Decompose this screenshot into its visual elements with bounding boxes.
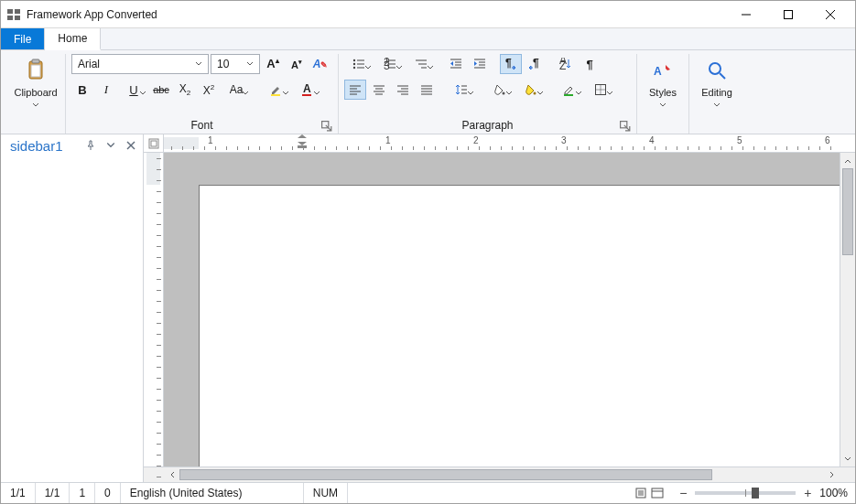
horizontal-scrollbar[interactable] (144, 466, 855, 482)
status-line[interactable]: 0 (95, 483, 121, 503)
scroll-left-button[interactable] (164, 467, 179, 482)
svg-rect-74 (151, 141, 157, 146)
minimize-button[interactable] (725, 1, 767, 28)
zoom-slider[interactable] (695, 491, 796, 495)
sidebar-panel: sidebar1 (1, 134, 144, 482)
status-numlock[interactable]: NUM (304, 483, 348, 503)
status-page[interactable]: 1/1 (1, 483, 36, 503)
ltr-direction-button[interactable]: ¶ (500, 54, 522, 74)
chevron-down-icon (395, 64, 403, 71)
tab-home[interactable]: Home (45, 28, 101, 50)
chevron-down-icon (282, 90, 289, 97)
dialog-launcher-icon[interactable] (321, 121, 332, 132)
scroll-down-button[interactable] (840, 451, 855, 466)
maximize-button[interactable] (767, 1, 809, 28)
vertical-scrollbar[interactable] (840, 153, 855, 466)
chevron-down-icon (243, 60, 257, 68)
font-color-button[interactable]: A (293, 80, 322, 100)
page-color-button[interactable] (516, 80, 546, 100)
chevron-down-icon (467, 90, 474, 97)
shrink-font-button[interactable]: A▾ (286, 54, 308, 74)
border-color-button[interactable] (555, 80, 584, 100)
chevron-down-icon (364, 64, 372, 71)
status-section[interactable]: 1/1 (36, 483, 70, 503)
page[interactable] (199, 185, 840, 466)
scroll-thumb[interactable] (179, 469, 712, 480)
scroll-right-button[interactable] (824, 467, 840, 482)
rtl-direction-button[interactable]: ¶ (524, 54, 546, 74)
scroll-thumb[interactable] (842, 168, 853, 255)
document-canvas[interactable] (164, 153, 840, 466)
bold-icon: B (78, 83, 86, 97)
grow-font-button[interactable]: A▴ (262, 54, 284, 74)
close-icon[interactable] (123, 137, 139, 154)
italic-icon: I (104, 82, 108, 97)
zoom-level[interactable]: 100% (819, 487, 848, 499)
increase-indent-icon (473, 58, 486, 70)
chevron-down-icon (536, 90, 544, 97)
horizontal-ruler[interactable]: 1 1 2 3 4 5 6 [12,24,36,48,60,72,84,96,1… (164, 134, 855, 152)
zoom-in-button[interactable]: + (801, 486, 814, 500)
rtl-direction-icon: ¶ (528, 58, 541, 70)
underline-button[interactable]: U (119, 80, 148, 100)
align-justify-button[interactable] (416, 80, 438, 100)
tab-file[interactable]: File (1, 28, 45, 49)
align-right-icon (396, 83, 409, 96)
show-marks-button[interactable]: ¶ (579, 54, 601, 74)
svg-rect-9 (32, 59, 39, 63)
borders-button[interactable] (586, 80, 615, 100)
web-layout-icon[interactable] (651, 487, 664, 499)
zoom-out-button[interactable]: − (677, 486, 689, 500)
group-font: Arial 10 A▴ A▾ A✎ B I U (66, 54, 339, 134)
chevron-down-icon (713, 102, 721, 109)
sort-button[interactable]: AZ (555, 54, 577, 74)
superscript-icon: X2 (203, 83, 214, 97)
ruler-corner[interactable] (144, 134, 164, 152)
font-name-combobox[interactable]: Arial (71, 54, 209, 74)
pin-button[interactable] (82, 137, 99, 154)
shading-button[interactable] (485, 80, 515, 100)
clear-formatting-button[interactable]: A✎ (309, 54, 331, 74)
increase-indent-button[interactable] (469, 54, 491, 74)
svg-rect-63 (564, 94, 573, 96)
scroll-up-button[interactable] (840, 153, 855, 168)
decrease-indent-button[interactable] (445, 54, 467, 74)
editing-button[interactable]: Editing (695, 54, 739, 109)
group-styles: A Styles (637, 54, 689, 134)
highlight-button[interactable] (262, 80, 291, 100)
numbering-button[interactable]: 123 (375, 54, 405, 74)
font-size-combobox[interactable]: 10 (211, 54, 260, 74)
multilevel-list-button[interactable] (406, 54, 436, 74)
change-case-button[interactable]: Aa (222, 80, 251, 100)
bold-button[interactable]: B (71, 80, 93, 100)
paste-button[interactable]: Clipboard (12, 54, 60, 109)
sort-icon: AZ (559, 58, 572, 70)
group-editing: Editing (689, 54, 744, 134)
bullets-button[interactable] (344, 54, 374, 74)
strikethrough-button[interactable]: abc (150, 80, 172, 100)
indent-marker-icon[interactable] (298, 134, 307, 149)
chevron-down-icon[interactable] (103, 137, 119, 154)
status-col[interactable]: 1 (70, 483, 95, 503)
svg-rect-3 (15, 16, 20, 20)
styles-button[interactable]: A Styles (643, 54, 683, 109)
subscript-button[interactable]: X2 (174, 80, 196, 100)
dialog-launcher-icon[interactable] (620, 121, 631, 132)
italic-button[interactable]: I (95, 80, 117, 100)
line-spacing-button[interactable] (447, 80, 476, 100)
close-button[interactable] (809, 1, 851, 28)
group-paragraph: 123 ¶ ¶ AZ ¶ (339, 54, 637, 134)
svg-point-69 (710, 63, 721, 74)
grow-font-icon: A▴ (266, 57, 278, 70)
underline-icon: U (129, 83, 137, 97)
align-center-button[interactable] (368, 80, 390, 100)
svg-text:¶: ¶ (505, 58, 512, 70)
vertical-ruler[interactable] (144, 153, 164, 466)
align-left-button[interactable] (344, 80, 366, 100)
status-language[interactable]: English (United States) (121, 483, 304, 503)
align-right-button[interactable] (392, 80, 414, 100)
superscript-button[interactable]: X2 (198, 80, 220, 100)
print-layout-icon[interactable] (634, 487, 647, 499)
chevron-down-icon (242, 90, 249, 97)
clear-formatting-icon: A✎ (313, 58, 329, 70)
